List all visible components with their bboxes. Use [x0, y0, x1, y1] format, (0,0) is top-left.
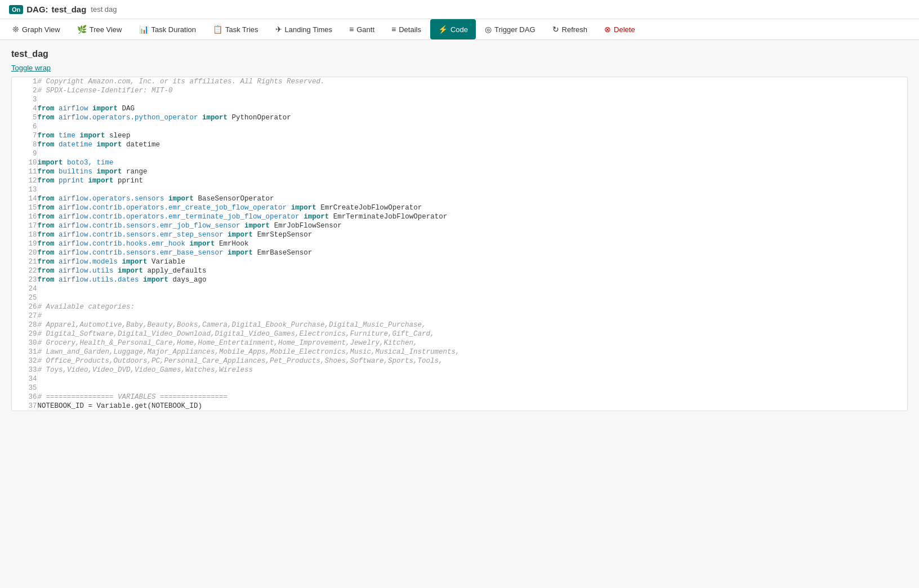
table-row: 37NOTEBOOK_ID = Variable.get(NOTEBOOK_ID…: [12, 402, 907, 411]
details-icon: ≡: [391, 25, 396, 34]
line-code: # Apparel,Automotive,Baby,Beauty,Books,C…: [37, 320, 907, 329]
table-row: 3: [12, 95, 907, 104]
line-code: from airflow.utils.dates import days_ago: [37, 275, 907, 284]
line-number: 3: [12, 95, 37, 104]
line-code: from datetime import datetime: [37, 140, 907, 149]
nav-gantt[interactable]: ≡ Gantt: [341, 19, 382, 39]
table-row: 25: [12, 293, 907, 302]
nav-task-tries[interactable]: 📋 Task Tries: [205, 19, 266, 39]
table-row: 17from airflow.contrib.sensors.emr_job_f…: [12, 221, 907, 230]
table-row: 26# Available categories:: [12, 302, 907, 311]
nav-delete[interactable]: ⊗ Delete: [596, 19, 643, 39]
nav-trigger-dag[interactable]: ◎ Trigger DAG: [477, 19, 543, 39]
line-code: # Copyright Amazon.com, Inc. or its affi…: [37, 77, 907, 86]
line-number: 34: [12, 375, 37, 384]
line-code: from airflow.contrib.sensors.emr_job_flo…: [37, 221, 907, 230]
line-code: [37, 149, 907, 158]
line-number: 15: [12, 203, 37, 212]
table-row: 36# ================ VARIABLES =========…: [12, 393, 907, 402]
refresh-icon: ↻: [552, 25, 559, 34]
line-code: from pprint import pprint: [37, 176, 907, 185]
line-number: 10: [12, 158, 37, 167]
nav-graph-view-label: Graph View: [22, 25, 60, 34]
delete-icon: ⊗: [604, 25, 611, 34]
line-code: from airflow.utils import apply_defaults: [37, 266, 907, 275]
table-row: 9: [12, 149, 907, 158]
line-number: 16: [12, 212, 37, 221]
line-number: 13: [12, 185, 37, 194]
dag-description: test dag: [91, 5, 117, 14]
line-code: from airflow.contrib.sensors.emr_base_se…: [37, 248, 907, 257]
nav-refresh[interactable]: ↻ Refresh: [545, 19, 596, 39]
table-row: 23from airflow.utils.dates import days_a…: [12, 275, 907, 284]
line-code: from airflow.operators.python_operator i…: [37, 113, 907, 122]
table-row: 5from airflow.operators.python_operator …: [12, 113, 907, 122]
line-number: 21: [12, 257, 37, 266]
table-row: 18from airflow.contrib.sensors.emr_step_…: [12, 230, 907, 239]
line-code: from airflow.contrib.operators.emr_creat…: [37, 203, 907, 212]
line-number: 35: [12, 384, 37, 393]
task-duration-icon: 📊: [139, 25, 149, 34]
line-code: NOTEBOOK_ID = Variable.get(NOTEBOOK_ID): [37, 402, 907, 411]
table-row: 28# Apparel,Automotive,Baby,Beauty,Books…: [12, 320, 907, 329]
line-number: 1: [12, 77, 37, 86]
line-code: from airflow.models import Variable: [37, 257, 907, 266]
table-row: 24: [12, 284, 907, 293]
line-number: 6: [12, 122, 37, 131]
line-code: # SPDX-License-Identifier: MIT-0: [37, 86, 907, 95]
line-code: # Toys,Video,Video_DVD,Video_Games,Watch…: [37, 366, 907, 375]
nav-code-label: Code: [450, 25, 468, 34]
graph-view-icon: ❊: [12, 25, 19, 34]
nav-task-duration[interactable]: 📊 Task Duration: [131, 19, 204, 39]
line-code: #: [37, 311, 907, 320]
line-number: 33: [12, 366, 37, 375]
toggle-wrap-button[interactable]: Toggle wrap: [11, 64, 908, 72]
table-row: 32# Office_Products,Outdoors,PC,Personal…: [12, 357, 907, 366]
table-row: 11from builtins import range: [12, 167, 907, 176]
nav-task-tries-label: Task Tries: [225, 25, 258, 34]
nav-trigger-dag-label: Trigger DAG: [494, 25, 535, 34]
nav-graph-view[interactable]: ❊ Graph View: [5, 19, 68, 39]
line-number: 5: [12, 113, 37, 122]
line-code: from time import sleep: [37, 131, 907, 140]
main-nav: ❊ Graph View 🌿 Tree View 📊 Task Duration…: [0, 19, 919, 40]
line-code: # Grocery,Health_&_Personal_Care,Home,Ho…: [37, 338, 907, 348]
table-row: 14from airflow.operators.sensors import …: [12, 194, 907, 203]
content-area: test_dag Toggle wrap 1# Copyright Amazon…: [0, 40, 919, 420]
nav-details[interactable]: ≡ Details: [383, 19, 429, 39]
line-code: from airflow.contrib.hooks.emr_hook impo…: [37, 239, 907, 248]
nav-tree-view[interactable]: 🌿 Tree View: [69, 19, 130, 39]
table-row: 21from airflow.models import Variable: [12, 257, 907, 266]
table-row: 20from airflow.contrib.sensors.emr_base_…: [12, 248, 907, 257]
trigger-dag-icon: ◎: [485, 25, 492, 34]
task-tries-icon: 📋: [213, 25, 222, 34]
line-code: [37, 384, 907, 393]
line-number: 25: [12, 293, 37, 302]
nav-landing-times-label: Landing Times: [285, 25, 333, 34]
dag-on-badge: On: [9, 5, 23, 14]
line-code: [37, 375, 907, 384]
nav-landing-times[interactable]: ✈ Landing Times: [267, 19, 341, 39]
code-table: 1# Copyright Amazon.com, Inc. or its aff…: [12, 77, 907, 411]
line-number: 7: [12, 131, 37, 140]
line-code: from airflow import DAG: [37, 104, 907, 113]
nav-code[interactable]: ⚡ Code: [430, 19, 476, 39]
nav-delete-label: Delete: [614, 25, 635, 34]
table-row: 16from airflow.contrib.operators.emr_ter…: [12, 212, 907, 221]
line-number: 24: [12, 284, 37, 293]
line-code: # Available categories:: [37, 302, 907, 311]
line-code: from airflow.operators.sensors import Ba…: [37, 194, 907, 203]
nav-refresh-label: Refresh: [562, 25, 588, 34]
line-number: 32: [12, 357, 37, 366]
table-row: 1# Copyright Amazon.com, Inc. or its aff…: [12, 77, 907, 86]
line-number: 4: [12, 104, 37, 113]
table-row: 13: [12, 185, 907, 194]
code-dag-title: test_dag: [11, 49, 908, 59]
tree-view-icon: 🌿: [77, 25, 87, 34]
line-number: 19: [12, 239, 37, 248]
table-row: 31# Lawn_and_Garden,Luggage,Major_Applia…: [12, 348, 907, 357]
gantt-icon: ≡: [349, 25, 354, 34]
code-container: 1# Copyright Amazon.com, Inc. or its aff…: [11, 77, 908, 411]
line-number: 2: [12, 86, 37, 95]
line-code: from airflow.contrib.sensors.emr_step_se…: [37, 230, 907, 239]
